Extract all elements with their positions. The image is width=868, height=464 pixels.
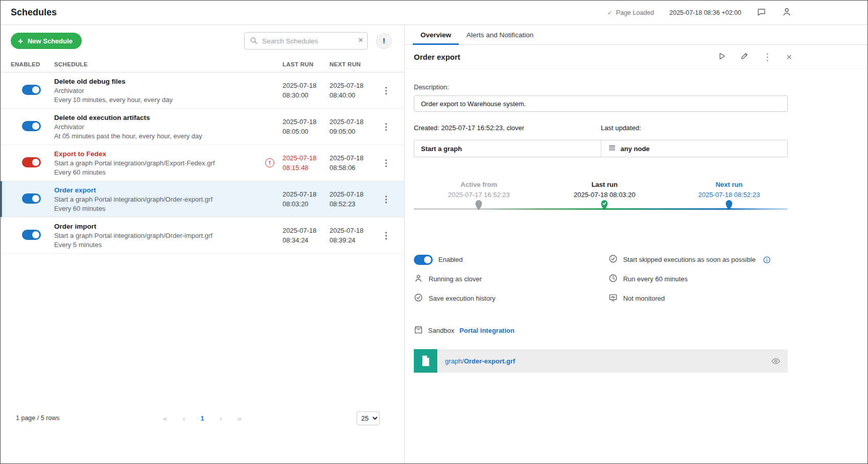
monitored-property: Not monitored: [608, 293, 788, 304]
page-title: Schedules: [11, 7, 57, 18]
next-run-label: Next run: [698, 181, 760, 188]
schedule-row[interactable]: Delete old debug files Archivator Every …: [1, 72, 404, 109]
running-as-property: Running as clover: [414, 274, 608, 284]
next-run-pin-icon[interactable]: [725, 200, 734, 211]
task-type-box: Start a graph: [414, 140, 601, 157]
clear-search-icon[interactable]: ×: [358, 35, 363, 45]
page-status-label: Page Loaded: [616, 9, 654, 16]
info-icon[interactable]: [763, 256, 771, 264]
last-run-cell: 2025-07-1808:15:48: [283, 153, 330, 173]
enabled-toggle[interactable]: [22, 193, 41, 204]
next-page-icon[interactable]: ›: [220, 414, 222, 423]
tab-alerts-notification[interactable]: Alerts and Notification: [459, 25, 541, 44]
current-page[interactable]: 1: [200, 414, 204, 422]
person-icon: [414, 274, 423, 284]
enabled-toggle[interactable]: [22, 230, 41, 240]
last-run-pin-icon[interactable]: [600, 200, 609, 211]
detail-title: Order export: [414, 53, 460, 61]
enabled-toggle[interactable]: [22, 85, 41, 95]
task-type-row: Start a graph any node: [414, 140, 788, 157]
schedule-row[interactable]: Order import Start a graph Portal integr…: [1, 217, 404, 254]
schedule-row[interactable]: Export to Fedex Start a graph Portal int…: [1, 145, 404, 181]
monitor-icon: [608, 293, 618, 304]
edit-button[interactable]: [740, 52, 749, 62]
enabled-toggle[interactable]: [22, 121, 41, 131]
row-menu-icon[interactable]: ⋮: [377, 120, 395, 134]
sandbox-link[interactable]: Portal integration: [459, 327, 514, 334]
schedule-row[interactable]: Delete old execution artifacts Archivato…: [1, 109, 404, 145]
close-detail-icon[interactable]: ×: [786, 52, 792, 62]
user-icon: [782, 7, 792, 18]
active-from-label: Active from: [448, 181, 510, 188]
schedule-subtitle: Start a graph Portal integration/graph/O…: [54, 196, 265, 203]
detail-menu-icon[interactable]: ⋮: [763, 52, 772, 62]
row-menu-icon[interactable]: ⋮: [377, 156, 395, 170]
new-schedule-button[interactable]: + New Schedule: [11, 33, 82, 49]
save-history-label: Save execution history: [429, 295, 496, 302]
node-icon: [608, 144, 616, 154]
description-label: Description:: [414, 83, 788, 91]
feedback-button[interactable]: [757, 7, 766, 18]
last-run-cell: 2025-07-1808:03:20: [283, 189, 330, 209]
rows-summary: 1 page / 5 rows: [16, 414, 59, 422]
next-run-value: 2025-07-18 08:52:23: [698, 191, 760, 199]
sandbox-icon: [414, 325, 423, 336]
last-page-icon[interactable]: »: [238, 414, 242, 423]
schedule-subtitle: Start a graph Portal integration/graph/E…: [54, 159, 265, 167]
graph-file-icon: [414, 349, 437, 373]
first-page-icon[interactable]: «: [163, 414, 167, 423]
preview-eye-icon[interactable]: [771, 356, 781, 366]
play-icon: [717, 52, 726, 62]
monitored-label: Not monitored: [623, 295, 665, 302]
tab-overview[interactable]: Overview: [413, 25, 459, 44]
page-size-control: 25: [357, 411, 380, 425]
description-field[interactable]: Order export to Warehouse system.: [414, 95, 788, 112]
row-menu-icon[interactable]: ⋮: [377, 229, 395, 242]
main-split: + New Schedule × ! ENABLED SCHEDULE LAST…: [1, 25, 867, 463]
prev-page-icon[interactable]: ‹: [182, 414, 185, 423]
top-bar: Schedules ✓ Page Loaded 2025-07-18 08:36…: [1, 1, 867, 25]
next-run-cell: 2025-07-1808:58:06: [330, 153, 377, 173]
schedule-name: Order import: [54, 223, 265, 230]
row-menu-icon[interactable]: ⋮: [377, 192, 395, 206]
check-icon: ✓: [607, 9, 613, 16]
schedules-list-panel: + New Schedule × ! ENABLED SCHEDULE LAST…: [1, 25, 405, 463]
created-info: Created: 2025-07-17 16:52:23, clover: [414, 124, 601, 132]
schedule-subtitle: Archivator: [54, 87, 265, 94]
row-menu-icon[interactable]: ⋮: [377, 84, 395, 97]
comment-icon: [757, 7, 766, 18]
schedule-name: Delete old execution artifacts: [54, 114, 265, 121]
page-size-select[interactable]: 25: [357, 411, 380, 425]
detail-tabs: Overview Alerts and Notification: [405, 25, 867, 45]
graph-file-bar[interactable]: graph/Order-export.grf: [414, 349, 788, 373]
page-status: ✓ Page Loaded: [607, 9, 654, 16]
enabled-toggle[interactable]: [22, 157, 41, 167]
last-run-cell: 2025-07-1808:34:24: [283, 226, 330, 246]
col-schedule: SCHEDULE: [54, 61, 265, 67]
run-every-label: Run every 60 minutes: [623, 275, 688, 283]
detail-enabled-toggle[interactable]: [414, 255, 433, 265]
clock-icon: [608, 274, 618, 284]
enabled-label: Enabled: [438, 256, 463, 263]
run-button[interactable]: [717, 52, 726, 62]
graph-file-link[interactable]: graph/Order-export.grf: [445, 357, 515, 365]
schedule-subtitle: Start a graph Portal integration/graph/O…: [54, 232, 265, 239]
save-history-property: Save execution history: [414, 293, 608, 304]
detail-actions: ⋮ ×: [717, 52, 792, 62]
active-from-pin-icon[interactable]: [475, 200, 483, 211]
next-run-cell: 2025-07-1808:52:23: [330, 189, 377, 209]
next-run-cell: 2025-07-1809:05:00: [330, 117, 377, 137]
last-run-cell: 2025-07-1808:05:00: [283, 117, 330, 137]
active-from-value: 2025-07-17 16:52:23: [448, 191, 510, 199]
search-input[interactable]: [244, 32, 368, 50]
last-run-value: 2025-07-18 08:03:20: [574, 191, 636, 199]
new-schedule-label: New Schedule: [28, 37, 73, 45]
active-from-item: Active from 2025-07-17 16:52:23: [448, 181, 510, 199]
schedule-frequency: Every 60 minutes: [54, 168, 265, 176]
schedules-toolbar: + New Schedule × !: [1, 25, 404, 56]
alerts-button[interactable]: !: [376, 33, 392, 49]
task-type-label: Start a graph: [421, 145, 462, 153]
meta-row: Created: 2025-07-17 16:52:23, clover Las…: [414, 124, 788, 132]
schedule-row[interactable]: Order export Start a graph Portal integr…: [1, 181, 404, 217]
user-menu-button[interactable]: [782, 7, 792, 18]
